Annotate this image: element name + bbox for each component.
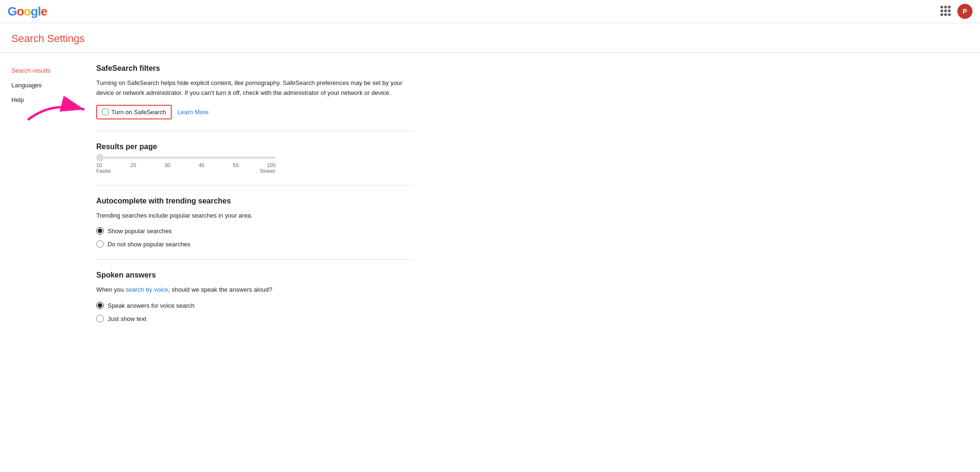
header: Google P bbox=[0, 0, 980, 23]
header-right: P bbox=[940, 4, 972, 19]
slider-container: 10 20 30 40 50 100 Faster Slower bbox=[96, 157, 413, 174]
avatar[interactable]: P bbox=[957, 4, 972, 19]
sidebar-item-search-results[interactable]: Search results bbox=[8, 64, 77, 77]
spoken-answers-section: Spoken answers When you search by voice,… bbox=[96, 271, 413, 334]
apps-dot bbox=[944, 9, 947, 12]
spoken-answers-speak-label: Speak answers for voice search bbox=[108, 302, 194, 309]
spoken-answers-title: Spoken answers bbox=[96, 271, 413, 279]
safesearch-description: Turning on SafeSearch helps hide explici… bbox=[96, 78, 408, 98]
content: SafeSearch filters Turning on SafeSearch… bbox=[85, 64, 425, 345]
apps-dot bbox=[944, 6, 947, 8]
sidebar: Search results Languages Help bbox=[0, 64, 85, 345]
apps-dot bbox=[944, 13, 947, 16]
spoken-answers-speak[interactable]: Speak answers for voice search bbox=[96, 302, 413, 309]
apps-dot bbox=[940, 9, 943, 12]
apps-dot bbox=[948, 9, 951, 12]
learn-more-link[interactable]: Learn More bbox=[177, 109, 209, 116]
slider-thumb[interactable] bbox=[96, 154, 104, 161]
safesearch-section: SafeSearch filters Turning on SafeSearch… bbox=[96, 64, 413, 131]
autocomplete-no-popular-label: Do not show popular searches bbox=[108, 241, 191, 248]
results-per-page-section: Results per page 10 20 30 40 50 100 Fast… bbox=[96, 143, 413, 185]
slider-label-30: 30 bbox=[165, 162, 170, 168]
safesearch-checkbox-container[interactable]: Turn on SafeSearch bbox=[96, 105, 172, 119]
apps-dot bbox=[948, 6, 951, 8]
main-layout: Search results Languages Help SafeSearch… bbox=[0, 53, 980, 356]
autocomplete-no-popular-radio[interactable] bbox=[96, 240, 104, 248]
spoken-answers-description: When you search by voice, should we spea… bbox=[96, 285, 408, 295]
apps-dot bbox=[940, 13, 943, 16]
slider-label-20: 20 bbox=[130, 162, 136, 168]
autocomplete-show-popular-label: Show popular searches bbox=[108, 228, 172, 235]
sidebar-item-help[interactable]: Help bbox=[8, 93, 77, 106]
safesearch-checkbox-label: Turn on SafeSearch bbox=[111, 109, 166, 116]
search-by-voice-link[interactable]: search by voice bbox=[126, 286, 168, 293]
autocomplete-description: Trending searches include popular search… bbox=[96, 211, 408, 221]
safesearch-title: SafeSearch filters bbox=[96, 64, 413, 73]
page-title: Search Settings bbox=[11, 33, 969, 45]
sidebar-item-languages[interactable]: Languages bbox=[8, 79, 77, 92]
spoken-answers-speak-radio[interactable] bbox=[96, 302, 104, 309]
spoken-answers-desc-after: , should we speak the answers aloud? bbox=[168, 286, 272, 293]
slider-label-50: 50 bbox=[233, 162, 238, 168]
safesearch-row: Turn on SafeSearch Learn More bbox=[96, 105, 209, 119]
safesearch-checkbox[interactable] bbox=[102, 109, 109, 115]
apps-icon[interactable] bbox=[940, 6, 952, 17]
results-per-page-title: Results per page bbox=[96, 143, 413, 151]
spoken-answers-radio-group: Speak answers for voice search Just show… bbox=[96, 302, 413, 322]
spoken-answers-desc-before: When you bbox=[96, 286, 126, 293]
apps-dot bbox=[940, 6, 943, 8]
spoken-answers-text-label: Just show text bbox=[108, 315, 146, 322]
google-logo: Google bbox=[8, 4, 47, 19]
slider-sublabel-slower: Slower bbox=[260, 168, 276, 174]
spoken-answers-text-radio[interactable] bbox=[96, 315, 104, 322]
autocomplete-show-popular-radio[interactable] bbox=[96, 227, 104, 235]
spoken-answers-text[interactable]: Just show text bbox=[96, 315, 413, 322]
autocomplete-section: Autocomplete with trending searches Tren… bbox=[96, 197, 413, 260]
autocomplete-no-popular[interactable]: Do not show popular searches bbox=[96, 240, 413, 248]
apps-dot bbox=[948, 13, 951, 16]
slider-labels: 10 20 30 40 50 100 bbox=[96, 162, 276, 168]
safesearch-checkbox-row: Turn on SafeSearch Learn More bbox=[96, 105, 209, 119]
slider-track[interactable] bbox=[96, 157, 276, 159]
autocomplete-radio-group: Show popular searches Do not show popula… bbox=[96, 227, 413, 248]
slider-label-40: 40 bbox=[199, 162, 204, 168]
autocomplete-title: Autocomplete with trending searches bbox=[96, 197, 413, 205]
autocomplete-show-popular[interactable]: Show popular searches bbox=[96, 227, 413, 235]
slider-sublabels: Faster Slower bbox=[96, 168, 276, 174]
slider-sublabel-faster: Faster bbox=[96, 168, 111, 174]
page-title-bar: Search Settings bbox=[0, 23, 980, 53]
slider-label-10: 10 bbox=[96, 162, 102, 168]
slider-label-100: 100 bbox=[267, 162, 276, 168]
